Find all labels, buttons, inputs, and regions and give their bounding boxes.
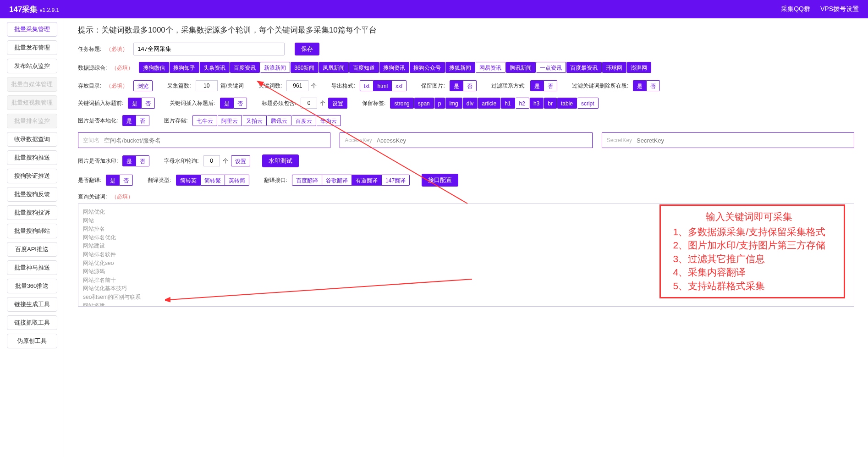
sidebar-item[interactable]: 发布站点监控	[7, 59, 57, 73]
sidebar-item[interactable]: 批量搜狗投诉	[7, 205, 57, 220]
sidebar-item[interactable]: 批量神马推送	[7, 260, 57, 275]
storage-tag[interactable]: 阿里云	[218, 115, 242, 126]
keep-tag[interactable]: article	[478, 98, 500, 109]
tag-option[interactable]: 否	[234, 98, 247, 109]
wm-test-button[interactable]: 水印测试	[262, 154, 299, 167]
keep-tag[interactable]: span	[414, 98, 434, 109]
source-tag[interactable]: 百度资讯	[230, 62, 260, 73]
tag-option[interactable]: 是	[122, 155, 136, 166]
keep-tag[interactable]: table	[557, 98, 577, 109]
tag-option[interactable]: 否	[120, 175, 133, 186]
keepimg-toggle: 是否	[450, 80, 477, 91]
source-tag[interactable]: 网易资讯	[476, 62, 505, 73]
source-tag[interactable]: 搜狐新闻	[445, 62, 475, 73]
tag-option[interactable]: 是	[106, 175, 120, 186]
keep-tag[interactable]: h3	[530, 98, 544, 109]
source-tag[interactable]: 一点资讯	[536, 62, 566, 73]
sidebar-item[interactable]: 链接生成工具	[7, 297, 57, 312]
tag-option[interactable]: 是	[220, 98, 234, 109]
storage-tag[interactable]: 七牛云	[192, 115, 217, 126]
source-tag[interactable]: 搜狗公众号	[410, 62, 445, 73]
insert-after-toggle: 是否	[220, 98, 247, 109]
sidebar-item[interactable]: 批量搜狗反馈	[7, 187, 57, 202]
sidebar-item[interactable]: 搜狗验证推送	[7, 169, 57, 183]
tag-option[interactable]: 否	[136, 115, 149, 126]
tag-option[interactable]: 谷歌翻译	[322, 175, 352, 186]
storage-input[interactable]	[377, 133, 588, 148]
sidebar-item[interactable]: 批量搜狗绑站	[7, 224, 57, 238]
tag-option[interactable]: xxf	[392, 80, 407, 91]
save-button[interactable]: 保存	[295, 43, 319, 55]
source-tag[interactable]: 澎湃网	[627, 62, 651, 73]
task-title-input[interactable]	[133, 43, 285, 55]
storage-tag[interactable]: 腾讯云	[267, 115, 291, 126]
tag-option[interactable]: 英转简	[225, 175, 249, 186]
sidebar-item[interactable]: 百度API推送	[7, 242, 57, 257]
keep-tag[interactable]: script	[577, 98, 599, 109]
wm-rot-set-button[interactable]: 设置	[231, 155, 250, 166]
count-input[interactable]	[196, 80, 218, 91]
sidebar-item[interactable]: 链接抓取工具	[7, 315, 57, 330]
insert-before-toggle: 是否	[128, 98, 155, 109]
tag-option[interactable]: 否	[647, 80, 660, 91]
tag-option[interactable]: 否	[544, 80, 557, 91]
source-tag[interactable]: 凤凰新闻	[319, 62, 349, 73]
source-tag[interactable]: 搜狗知乎	[170, 62, 199, 73]
must-input[interactable]	[301, 98, 317, 109]
sidebar-item[interactable]: 批量360推送	[7, 279, 57, 293]
storage-tag[interactable]: 百度云	[292, 115, 316, 126]
source-tag[interactable]: 新浪新闻	[260, 62, 290, 73]
keep-tag[interactable]: h2	[516, 98, 529, 109]
storage-tag[interactable]: 华为云	[317, 115, 341, 126]
source-tag[interactable]: 搜狗资讯	[379, 62, 409, 73]
tag-option[interactable]: html	[374, 80, 392, 91]
tag-option[interactable]: 百度翻译	[292, 175, 322, 186]
keep-tag[interactable]: img	[445, 98, 462, 109]
tag-option[interactable]: 否	[136, 155, 149, 166]
tag-option[interactable]: 是	[128, 98, 142, 109]
sidebar-item[interactable]: 批量发布管理	[7, 40, 57, 55]
storage-tag[interactable]: 又拍云	[242, 115, 267, 126]
sidebar-item: 批量排名监控	[7, 114, 57, 128]
browse-button[interactable]: 浏览	[133, 80, 153, 91]
source-tag[interactable]: 头条资讯	[200, 62, 230, 73]
tag-option[interactable]: 有道翻译	[352, 175, 382, 186]
tag-option[interactable]: txt	[360, 80, 374, 91]
tag-option[interactable]: 147翻译	[382, 175, 410, 186]
link-qq[interactable]: 采集QQ群	[781, 5, 810, 13]
sidebar-item[interactable]: 批量采集管理	[7, 22, 57, 37]
source-tag[interactable]: 搜狗微信	[139, 62, 169, 73]
row-kwlabel: 查询关键词: （必填）	[78, 193, 854, 201]
tag-option[interactable]: 是	[122, 115, 136, 126]
keep-tag[interactable]: h1	[501, 98, 515, 109]
kwcount-input[interactable]	[286, 80, 308, 91]
keep-tag[interactable]: p	[434, 98, 445, 109]
storage-input[interactable]	[104, 133, 325, 148]
tag-option[interactable]: 否	[142, 98, 155, 109]
trans-config-button[interactable]: 接口配置	[422, 174, 458, 187]
source-tag[interactable]: 环球网	[602, 62, 626, 73]
source-tag[interactable]: 百度知道	[349, 62, 379, 73]
tag-option[interactable]: 简转繁	[201, 175, 225, 186]
link-vps[interactable]: VPS拨号设置	[820, 5, 859, 13]
source-tag[interactable]: 百度最资讯	[566, 62, 602, 73]
storage-field: AccessKey	[340, 132, 592, 148]
must-set-button[interactable]: 设置	[328, 98, 347, 109]
sidebar-item[interactable]: 收录数据查询	[7, 132, 57, 147]
tag-option[interactable]: 否	[463, 80, 477, 91]
row-task-title: 任务标题: （必填） 保存	[78, 43, 854, 55]
source-tag[interactable]: 腾讯新闻	[506, 62, 536, 73]
sidebar-item[interactable]: 批量搜狗推送	[7, 150, 57, 165]
sidebar-item[interactable]: 伪原创工具	[7, 334, 57, 348]
storage-input[interactable]	[637, 133, 849, 148]
tag-option[interactable]: 简转英	[176, 175, 201, 186]
filterdel-label: 过滤关键词删除所在段:	[572, 82, 628, 90]
keep-tag[interactable]: br	[544, 98, 557, 109]
keep-tag[interactable]: strong	[390, 98, 413, 109]
tag-option[interactable]: 是	[530, 80, 544, 91]
tag-option[interactable]: 是	[450, 80, 463, 91]
wm-rot-input[interactable]	[203, 155, 220, 166]
tag-option[interactable]: 是	[633, 80, 647, 91]
keep-tag[interactable]: div	[463, 98, 478, 109]
source-tag[interactable]: 360新闻	[291, 62, 319, 73]
